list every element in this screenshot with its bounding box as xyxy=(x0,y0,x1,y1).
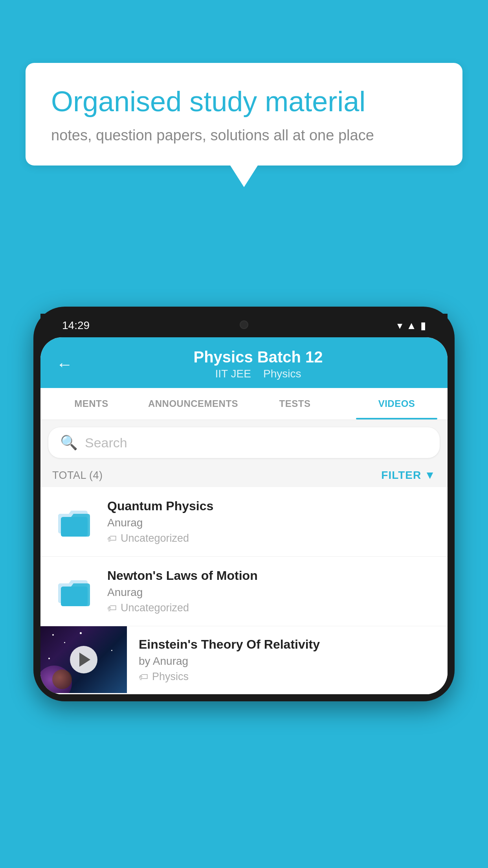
header-title-group: Physics Batch 12 IIT JEE Physics xyxy=(84,348,432,380)
folder-icon-container xyxy=(52,568,95,612)
tag-icon: 🏷 xyxy=(139,671,148,682)
video-author: Anurag xyxy=(107,517,436,529)
star-decoration xyxy=(48,658,50,659)
camera-dot xyxy=(240,320,248,329)
filter-label: FILTER xyxy=(381,469,421,482)
star-decoration xyxy=(80,632,82,634)
tag-icon: 🏷 xyxy=(107,603,117,614)
video-tag-row: 🏷 Physics xyxy=(139,671,436,683)
filter-button[interactable]: FILTER ▼ xyxy=(381,469,436,482)
folder-icon xyxy=(56,503,92,538)
filter-icon: ▼ xyxy=(424,469,436,482)
star-decoration xyxy=(111,650,112,651)
header-tag2: Physics xyxy=(263,368,301,380)
tabs-bar: MENTS ANNOUNCEMENTS TESTS VIDEOS xyxy=(40,388,448,420)
header-title: Physics Batch 12 xyxy=(84,348,432,366)
signal-icon: ▲ xyxy=(406,320,416,332)
search-container: 🔍 Search xyxy=(40,420,448,465)
play-triangle-icon xyxy=(79,653,90,667)
video-info: Quantum Physics Anurag 🏷 Uncategorized xyxy=(107,499,436,544)
speech-bubble-title: Organised study material xyxy=(51,85,437,118)
search-placeholder: Search xyxy=(85,435,127,451)
tab-announcements[interactable]: ANNOUNCEMENTS xyxy=(142,388,244,419)
list-item[interactable]: Einstein's Theory Of Relativity by Anura… xyxy=(40,626,448,694)
video-title: Quantum Physics xyxy=(107,499,436,513)
header-tag1: IIT JEE xyxy=(215,368,251,380)
video-author: by Anurag xyxy=(139,655,436,668)
battery-icon: ▮ xyxy=(420,320,426,332)
phone-outer-frame: 14:29 ▾ ▲ ▮ ← Physics Batch 12 IIT JEE xyxy=(33,307,455,701)
phone-mockup: 14:29 ▾ ▲ ▮ ← Physics Batch 12 IIT JEE xyxy=(33,307,455,868)
speech-bubble-subtitle: notes, question papers, solutions all at… xyxy=(51,127,437,144)
video-tag-row: 🏷 Uncategorized xyxy=(107,532,436,544)
video-tag: Uncategorized xyxy=(121,602,189,614)
phone-notch xyxy=(213,314,275,335)
total-count-label: TOTAL (4) xyxy=(52,469,103,482)
speech-bubble-arrow xyxy=(230,166,258,187)
tab-ments[interactable]: MENTS xyxy=(40,388,142,419)
video-list: Quantum Physics Anurag 🏷 Uncategorized xyxy=(40,487,448,694)
search-bar[interactable]: 🔍 Search xyxy=(48,427,440,458)
status-bar: 14:29 ▾ ▲ ▮ xyxy=(40,314,448,337)
app-header: ← Physics Batch 12 IIT JEE Physics xyxy=(40,337,448,388)
video-tag: Physics xyxy=(152,671,189,683)
status-bar-time: 14:29 xyxy=(62,319,90,332)
tab-tests[interactable]: TESTS xyxy=(244,388,346,419)
video-author: Anurag xyxy=(107,586,436,599)
folder-icon-container xyxy=(52,499,95,542)
planet-decoration xyxy=(52,669,72,689)
back-button[interactable]: ← xyxy=(56,355,73,374)
video-info: Einstein's Theory Of Relativity by Anura… xyxy=(139,626,436,694)
phone-screen: ← Physics Batch 12 IIT JEE Physics MENTS… xyxy=(40,337,448,694)
play-button-overlay[interactable] xyxy=(70,646,97,673)
folder-icon xyxy=(56,572,92,608)
list-item[interactable]: Quantum Physics Anurag 🏷 Uncategorized xyxy=(40,487,448,557)
video-title: Einstein's Theory Of Relativity xyxy=(139,637,436,652)
list-item[interactable]: Newton's Laws of Motion Anurag 🏷 Uncateg… xyxy=(40,557,448,626)
star-decoration xyxy=(64,642,65,643)
video-thumbnail xyxy=(40,626,127,693)
speech-bubble-section: Organised study material notes, question… xyxy=(26,63,462,187)
search-icon: 🔍 xyxy=(60,434,78,451)
video-tag: Uncategorized xyxy=(121,532,189,544)
status-icons: ▾ ▲ ▮ xyxy=(397,320,426,332)
tab-videos[interactable]: VIDEOS xyxy=(346,388,448,419)
filter-bar: TOTAL (4) FILTER ▼ xyxy=(40,465,448,487)
video-tag-row: 🏷 Uncategorized xyxy=(107,602,436,614)
star-decoration xyxy=(52,634,54,636)
wifi-icon: ▾ xyxy=(397,320,402,332)
speech-bubble-card: Organised study material notes, question… xyxy=(26,63,462,166)
video-info: Newton's Laws of Motion Anurag 🏷 Uncateg… xyxy=(107,568,436,614)
tag-icon: 🏷 xyxy=(107,533,117,544)
video-title: Newton's Laws of Motion xyxy=(107,568,436,583)
header-subtitle: IIT JEE Physics xyxy=(84,368,432,380)
